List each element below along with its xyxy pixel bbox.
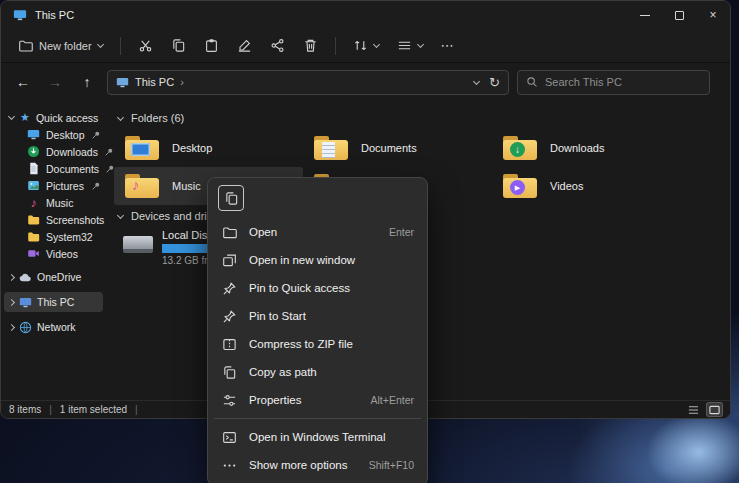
sidebar-label: OneDrive [37,271,81,283]
new-folder-icon [18,38,33,53]
sidebar-item-downloads[interactable]: Downloads [1,143,106,160]
address-dropdown-icon[interactable] [473,77,480,84]
rename-icon [237,38,252,53]
open-folder-icon [221,225,237,240]
copy-button[interactable] [218,185,244,211]
music-note-icon: ♪ [27,196,40,209]
folder-label: Downloads [550,142,604,154]
refresh-icon[interactable]: ↻ [489,75,500,90]
sort-button[interactable] [346,34,386,57]
minimize-button[interactable] [628,1,662,29]
folder-tile-documents[interactable]: Documents [303,129,492,167]
folder-tile-downloads[interactable]: ↓ Downloads [492,129,681,167]
menu-item-properties[interactable]: Properties Alt+Enter [212,386,423,414]
copy-icon [171,38,186,53]
expand-chevron-icon [8,323,15,330]
menu-item-copy-as-path[interactable]: Copy as path [212,358,423,386]
view-icon [397,38,412,53]
menu-item-label: Pin to Start [249,310,306,322]
menu-item-pin-to-quick-access[interactable]: Pin to Quick access [212,274,423,302]
close-button[interactable]: × [696,1,730,29]
rename-button[interactable] [230,34,259,57]
navigation-pane: ★ Quick access Desktop Downloads Documen… [1,101,106,400]
zip-icon [221,337,237,352]
titlebar[interactable]: This PC × [1,1,730,29]
menu-item-compress-to-zip[interactable]: Compress to ZIP file [212,330,423,358]
sidebar-label: Documents [46,163,99,175]
menu-item-open-in-windows-terminal[interactable]: Open in Windows Terminal [212,423,423,451]
new-folder-button[interactable]: New folder [11,34,110,57]
sidebar-item-onedrive[interactable]: OneDrive [1,267,106,287]
chevron-down-icon [373,41,380,48]
sidebar-label: Pictures [46,180,84,192]
properties-icon [221,393,237,408]
delete-icon [303,38,318,53]
more-options-icon [221,458,237,473]
breadcrumb-this-pc[interactable]: This PC [135,76,174,88]
back-button[interactable]: ← [11,70,35,94]
cut-icon [138,38,153,53]
sidebar-item-screenshots[interactable]: Screenshots [1,211,106,228]
folder-label: Videos [550,180,583,192]
hard-drive-icon [123,236,153,253]
view-toggle-details[interactable] [686,403,701,416]
sidebar-label: System32 [46,231,93,243]
maximize-icon [675,11,684,20]
view-toggle-thumbnails[interactable] [707,403,722,416]
menu-item-show-more-options[interactable]: Show more options Shift+F10 [212,451,423,479]
menu-item-open-in-new-window[interactable]: Open in new window [212,246,423,274]
folder-tile-desktop[interactable]: Desktop [114,129,303,167]
sidebar-item-documents[interactable]: Documents [1,160,106,177]
menu-item-shortcut: Alt+Enter [371,394,414,406]
menu-item-label: Open [249,226,277,238]
desktop-folder-icon [124,134,160,162]
menu-item-pin-to-start[interactable]: Pin to Start [212,302,423,330]
copy-icon [224,191,239,206]
breadcrumb-separator[interactable]: › [180,76,184,88]
menu-item-open[interactable]: Open Enter [212,218,423,246]
menu-item-shortcut: Enter [389,226,414,238]
sidebar-label: Downloads [46,146,98,158]
window-controls: × [628,1,730,29]
sidebar-item-desktop[interactable]: Desktop [1,126,106,143]
forward-button[interactable]: → [43,70,67,94]
section-header-folders[interactable]: Folders (6) [114,109,730,127]
copy-button[interactable] [164,34,193,57]
sidebar-label: Network [37,321,76,333]
folder-label: Documents [361,142,417,154]
play-glyph: ▶ [510,180,525,195]
chevron-down-icon [417,41,424,48]
sidebar-item-videos[interactable]: Videos [1,245,106,262]
music-folder-icon: ♪ [124,172,160,200]
more-icon: ⋯ [441,38,455,53]
search-box[interactable] [517,70,710,95]
folder-tile-videos[interactable]: ▶ Videos [492,167,681,205]
up-button[interactable]: ↑ [75,70,99,94]
share-button[interactable] [263,34,292,57]
cut-button[interactable] [131,34,160,57]
folders-header-label: Folders (6) [131,112,184,124]
sidebar-item-pictures[interactable]: Pictures [1,177,106,194]
sidebar-item-network[interactable]: Network [1,317,106,337]
sidebar-item-quick-access[interactable]: ★ Quick access [1,109,106,126]
menu-item-label: Copy as path [249,366,317,378]
paste-button[interactable] [197,34,226,57]
sidebar-label: Videos [46,248,78,260]
status-selection: 1 item selected [60,404,127,415]
command-bar: New folder ⋯ [1,29,730,63]
sidebar-item-this-pc[interactable]: This PC [4,292,103,312]
network-globe-icon [19,321,32,334]
menu-item-label: Compress to ZIP file [249,338,353,350]
search-input[interactable] [545,76,701,88]
maximize-button[interactable] [662,1,696,29]
desktop-screen-glyph [131,143,150,156]
sidebar-item-system32[interactable]: System32 [1,228,106,245]
this-pc-window-icon [13,8,27,22]
sidebar-item-music[interactable]: ♪ Music [1,194,106,211]
address-bar[interactable]: This PC › ↻ [107,70,509,95]
delete-button[interactable] [296,34,325,57]
up-icon: ↑ [84,74,91,90]
more-options-button[interactable]: ⋯ [434,34,462,57]
menu-item-shortcut: Shift+F10 [369,459,414,471]
view-button[interactable] [390,34,430,57]
